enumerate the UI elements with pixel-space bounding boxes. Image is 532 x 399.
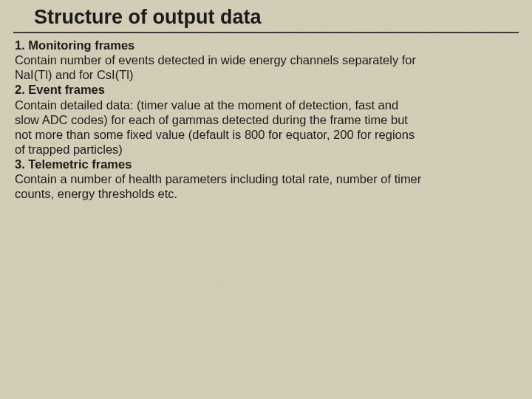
slide: Structure of output data 1. Monitoring f… [0,0,532,201]
section-line: not more than some fixed value (default … [15,127,519,142]
section-line: of trapped particles) [15,142,519,157]
section-line: Contain a number of health parameters in… [15,171,519,186]
section-heading: 2. Event frames [15,82,519,97]
section-line: Contain detailed data: (timer value at t… [15,98,519,112]
section-line: slow ADC codes) for each of gammas detec… [15,112,519,127]
section-line: NaI(Tl) and for CsI(Tl) [15,67,519,82]
section-heading: 3. Telemetric frames [15,157,519,171]
slide-content: 1. Monitoring frames Contain number of e… [13,38,519,201]
section-line: counts, energy thresholds etc. [15,186,519,201]
slide-title: Structure of output data [13,6,519,33]
section-line: Contain number of events detected in wid… [15,52,519,67]
section-heading: 1. Monitoring frames [15,38,519,52]
